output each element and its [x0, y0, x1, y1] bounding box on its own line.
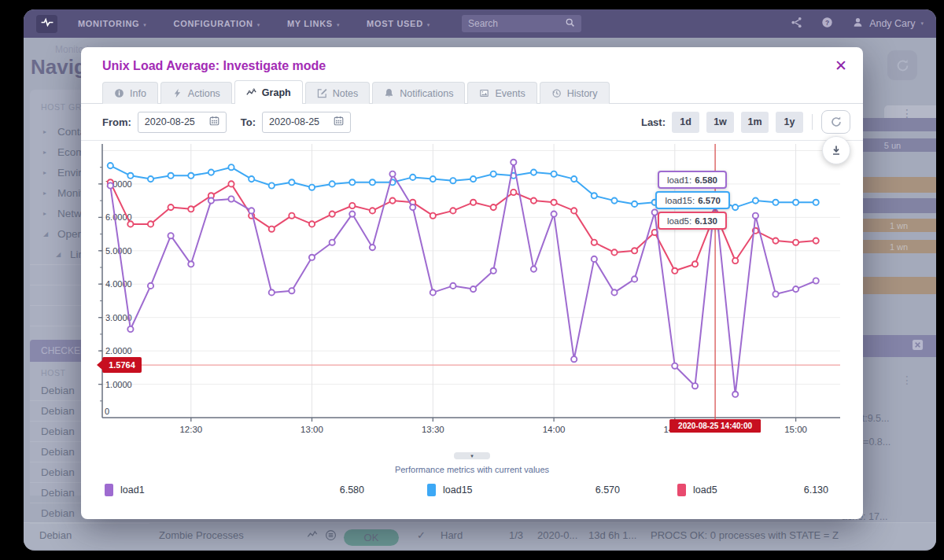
chart-area: 7.00006.00005.00004.00003.00002.00001.00…	[96, 141, 843, 449]
modal-header: Unix Load Average: Investigate mode ✕	[81, 47, 863, 81]
scroll-down-icon: ▾	[470, 453, 474, 459]
range-button-1d[interactable]: 1d	[672, 112, 699, 133]
screen: MONITORING▾CONFIGURATION▾MY LINKS▾MOST U…	[0, 0, 944, 560]
chevron-down-icon: ▾	[427, 22, 430, 28]
nav-menu-label: MONITORING	[78, 19, 139, 28]
help-icon[interactable]: ?	[821, 17, 833, 31]
nav-right-cluster: ? Andy Cary ▾	[791, 17, 924, 31]
svg-text:15:00: 15:00	[784, 425, 807, 434]
range-buttons: 1d1w1m1y	[672, 112, 803, 133]
close-icon[interactable]: ✕	[835, 58, 847, 73]
range-button-1m[interactable]: 1m	[741, 112, 769, 133]
legend-value: 6.570	[596, 484, 620, 496]
legend-name: load1	[120, 484, 145, 496]
graph-icon	[246, 87, 256, 98]
legend-swatch	[427, 484, 436, 496]
refresh-graph-button[interactable]	[821, 110, 850, 134]
last-label: Last:	[641, 116, 666, 128]
legend-swatch	[105, 484, 113, 496]
tooltip-value: 6.580	[695, 175, 717, 185]
tab-label: Info	[130, 88, 146, 99]
tab-notes[interactable]: Notes	[305, 82, 371, 104]
tooltip-label: load15:	[665, 196, 695, 205]
nav-menu-label: MOST USED	[367, 19, 423, 28]
chevron-down-icon: ▾	[257, 22, 260, 28]
nav-menu-item-most-used[interactable]: MOST USED▾	[367, 19, 430, 28]
tooltip-value: 6.570	[698, 196, 721, 205]
nav-menu-label: MY LINKS	[287, 19, 333, 28]
tab-info[interactable]: Info	[102, 82, 158, 104]
top-navbar: MONITORING▾CONFIGURATION▾MY LINKS▾MOST U…	[24, 9, 936, 38]
notes-icon	[317, 88, 327, 98]
crosshair-badge: 2020-08-25 14:40:00	[669, 419, 761, 433]
nav-menu-item-configuration[interactable]: CONFIGURATION▾	[174, 19, 260, 28]
legend-swatch	[677, 484, 686, 496]
legend-item-load5[interactable]: load56.130	[677, 484, 828, 496]
tooltip-load1: load1:6.580	[658, 171, 727, 189]
svg-text:?: ?	[825, 18, 829, 26]
range-button-1w[interactable]: 1w	[706, 112, 734, 133]
svg-text:2020-08-25 14:40:00: 2020-08-25 14:40:00	[678, 422, 752, 430]
threshold-badge: 1.5764	[97, 357, 142, 373]
search-input[interactable]	[468, 18, 565, 29]
svg-text:0: 0	[105, 407, 109, 416]
to-date-value: 2020-08-25	[269, 116, 319, 127]
history-icon	[551, 88, 562, 98]
nav-menu-item-my-links[interactable]: MY LINKS▾	[287, 19, 340, 28]
to-date-input[interactable]: 2020-08-25	[262, 112, 351, 133]
tooltip-load5: load5:6.130	[658, 212, 727, 230]
calendar-icon[interactable]	[334, 115, 344, 129]
pulse-icon	[40, 17, 54, 31]
toolbar-divider	[812, 114, 813, 130]
chevron-down-icon: ▾	[337, 22, 340, 28]
user-icon	[852, 17, 864, 31]
calendar-icon[interactable]	[209, 115, 219, 129]
graph-toolbar: From: 2020-08-25 To: 2020-08-25 Last: 1d…	[81, 104, 863, 141]
nav-menu: MONITORING▾CONFIGURATION▾MY LINKS▾MOST U…	[78, 19, 457, 28]
y-axis-labels: 7.00006.00005.00004.00003.00002.00001.00…	[98, 168, 132, 416]
legend-item-load1[interactable]: load16.580	[105, 484, 364, 496]
search-box[interactable]	[462, 15, 581, 32]
load-average-chart[interactable]: 7.00006.00005.00004.00003.00002.00001.00…	[96, 141, 843, 449]
svg-text:13:00: 13:00	[301, 425, 323, 434]
tooltip-value: 6.130	[695, 216, 717, 226]
to-label: To:	[241, 116, 256, 128]
tab-history[interactable]: History	[540, 82, 610, 104]
gridlines	[102, 144, 840, 418]
tab-label: Events	[495, 88, 525, 99]
legend-value: 6.580	[340, 484, 364, 496]
chart-legend: load16.580load156.570load56.130	[81, 481, 863, 512]
range-button-1y[interactable]: 1y	[776, 112, 803, 133]
svg-text:13:30: 13:30	[422, 425, 444, 434]
svg-text:4.0000: 4.0000	[105, 279, 132, 289]
modal-title: Unix Load Average: Investigate mode	[102, 59, 326, 73]
tab-notifications[interactable]: Notifications	[372, 82, 465, 104]
share-icon[interactable]	[791, 17, 802, 31]
legend-item-load15[interactable]: load156.570	[427, 484, 620, 496]
svg-text:12:30: 12:30	[179, 425, 202, 434]
bell-icon	[384, 88, 394, 98]
tab-label: Notifications	[400, 88, 453, 99]
tab-events[interactable]: Events	[467, 82, 537, 104]
tab-label: Actions	[188, 88, 220, 99]
tooltip-load15: load15:6.570	[655, 191, 730, 209]
chevron-down-icon: ▾	[143, 22, 146, 28]
app-window: MONITORING▾CONFIGURATION▾MY LINKS▾MOST U…	[24, 9, 936, 551]
lightning-icon	[172, 88, 183, 98]
app-logo[interactable]	[36, 15, 57, 33]
tooltip-label: load5:	[667, 216, 691, 226]
nav-menu-label: CONFIGURATION	[174, 19, 253, 28]
legend-name: load15	[443, 484, 473, 496]
tab-actions[interactable]: Actions	[160, 82, 232, 104]
chevron-down-icon: ▾	[920, 20, 924, 27]
download-button[interactable]	[822, 136, 850, 164]
user-menu[interactable]: Andy Cary ▾	[852, 17, 924, 31]
legend-name: load5	[693, 484, 717, 496]
modal-tab-bar: InfoActionsGraphNotesNotificationsEvents…	[81, 81, 863, 104]
tab-label: Notes	[333, 88, 359, 99]
svg-text:1.0000: 1.0000	[105, 380, 132, 389]
tab-graph[interactable]: Graph	[234, 80, 303, 104]
nav-menu-item-monitoring[interactable]: MONITORING▾	[78, 19, 147, 28]
chart-scrollbar[interactable]: ▾	[454, 452, 490, 459]
from-date-input[interactable]: 2020-08-25	[138, 112, 227, 133]
